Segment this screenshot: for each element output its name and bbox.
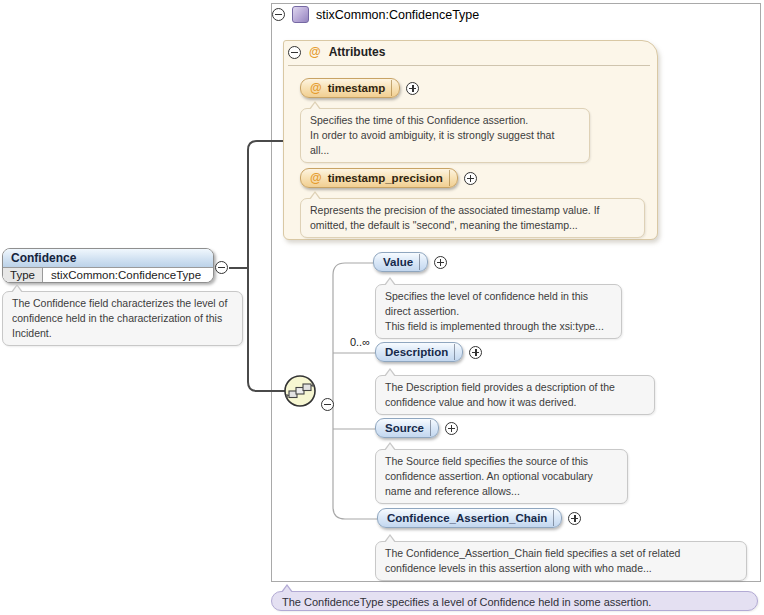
attribute-at-icon: @ (310, 172, 322, 184)
element-name: Confidence (3, 249, 213, 268)
element-label: Description (385, 346, 448, 358)
element-value[interactable]: Value (373, 252, 428, 272)
attributes-section-title: Attributes (329, 45, 386, 59)
element-label: Confidence_Assertion_Chain (387, 512, 547, 524)
type-row-label: Type (3, 268, 43, 282)
timestamp-doc-tooltip: Specifies the time of this Confidence as… (300, 108, 590, 163)
schema-diagram-canvas: stixCommon:ConfidenceType @ Attributes @… (0, 0, 764, 615)
description-doc-tooltip: The Description field provides a descrip… (375, 375, 655, 415)
type-row-value: stixCommon:ConfidenceType (43, 268, 209, 282)
expand-timestamp-icon[interactable] (406, 82, 419, 95)
expand-timestamp-precision-icon[interactable] (464, 172, 477, 185)
attribute-timestamp-precision[interactable]: @ timestamp_precision (300, 168, 458, 188)
element-label: Value (383, 256, 413, 268)
element-confidence-assertion-chain[interactable]: Confidence_Assertion_Chain (377, 508, 562, 528)
confidence-doc-tooltip: The Confidence field characterizes the l… (2, 291, 243, 346)
expand-source-icon[interactable] (445, 422, 458, 435)
element-source[interactable]: Source (375, 418, 439, 438)
collapse-confidence-icon[interactable] (215, 261, 228, 274)
confidence-assertion-chain-doc-tooltip: The Confidence_Assertion_Chain field spe… (375, 541, 747, 581)
element-description[interactable]: Description (375, 342, 463, 362)
collapse-attributes-icon[interactable] (288, 46, 301, 59)
expand-description-icon[interactable] (469, 346, 482, 359)
complextype-icon (292, 6, 309, 23)
attribute-at-icon: @ (310, 82, 322, 94)
source-doc-tooltip: The Source field specifies the source of… (375, 449, 628, 504)
collapse-sequence-icon[interactable] (321, 398, 334, 411)
attribute-timestamp[interactable]: @ timestamp (300, 78, 400, 98)
type-title: stixCommon:ConfidenceType (316, 8, 479, 22)
expand-confidence-assertion-chain-icon[interactable] (568, 512, 581, 525)
attribute-label: timestamp (328, 82, 386, 94)
type-footer-annotation: The ConfidenceType specifies a level of … (271, 591, 758, 611)
cardinality-label: 0..∞ (300, 336, 370, 348)
timestamp-precision-doc-tooltip: Represents the precision of the associat… (300, 198, 645, 238)
element-card-confidence[interactable]: Confidence Type stixCommon:ConfidenceTyp… (2, 248, 214, 283)
element-label: Source (385, 422, 424, 434)
value-doc-tooltip: Specifies the level of confidence held i… (375, 284, 622, 339)
collapse-type-icon[interactable] (272, 8, 285, 21)
attribute-at-icon: @ (309, 46, 321, 58)
sequence-icon[interactable] (283, 374, 317, 408)
attribute-label: timestamp_precision (328, 172, 443, 184)
expand-value-icon[interactable] (434, 256, 447, 269)
